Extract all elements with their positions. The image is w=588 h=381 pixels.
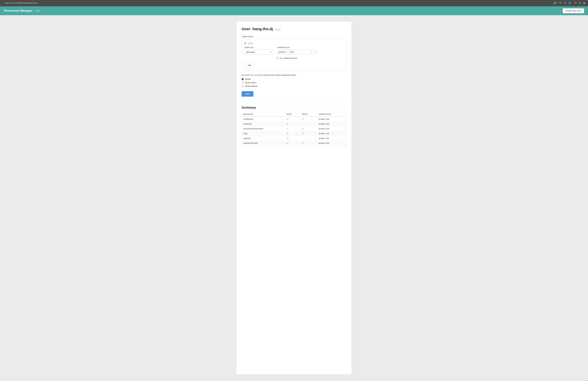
templates-box: #1 delete TEMPLATE developer admin read-… — [242, 40, 346, 70]
add-template-button[interactable]: add — [244, 63, 254, 68]
check-read-icon: ☑ — [287, 118, 288, 120]
camera-icon[interactable]: 📷 — [559, 1, 562, 4]
cell-namespaces: product, test — [317, 146, 346, 147]
cell-write: ☑ — [300, 117, 317, 122]
main-content: User: hang.the.dj delete TEMPLATES #1 de… — [0, 15, 588, 381]
check-write-icon: ☑ — [302, 118, 304, 120]
save-button[interactable]: save — [242, 91, 253, 97]
window-icon[interactable]: ▣ — [583, 1, 586, 4]
all-namespaces-label: ALL NAMESPACES — [280, 57, 297, 59]
namespace-tag-product: product ✕ — [278, 50, 288, 54]
cell-resource: pods — [242, 131, 285, 136]
browser-url: http://localhost:4000/users/hang.the.dj — [5, 2, 552, 4]
radio-none-label: NONE — [245, 78, 251, 80]
table-row: endpoints☑product, test — [242, 122, 346, 126]
namespaces-field-label: NAMESPACES — [276, 47, 318, 48]
summary-title: Summary — [242, 106, 346, 110]
check-read-icon: ☑ — [287, 123, 288, 125]
cell-read: ☑ — [285, 136, 300, 141]
templates-section-label: TEMPLATES — [242, 36, 346, 38]
summary-table: RESOURCE READ WRITE NAMESPACES configmap… — [242, 112, 346, 147]
access-section-label: ACCESS TO CLUSTER RESOUCES (NON-NAMESPAC… — [242, 74, 346, 76]
cell-resource: pods/portforward — [242, 141, 285, 146]
info-icon: i — [2, 2, 3, 4]
user-delete-link[interactable]: delete — [275, 28, 281, 31]
browser-toolbar-icons: 🔗 📷 ✉ 🌐 📌 ⊞ ▣ — [553, 1, 586, 4]
table-row: pods☑☑product, test — [242, 131, 346, 136]
check-read-icon: ☑ — [287, 147, 288, 147]
namespace-input-box[interactable]: product ✕ test ✕ ✕ ▾ — [276, 49, 318, 55]
cell-write: ☑ — [300, 131, 317, 136]
check-write-icon: ☑ — [302, 142, 304, 144]
cell-resource: podtemplates — [242, 146, 285, 147]
mail-icon[interactable]: ✉ — [564, 1, 566, 4]
browser-chrome: i http://localhost:4000/users/hang.the.d… — [0, 0, 588, 6]
radio-read-write[interactable] — [242, 85, 244, 87]
cell-namespaces: product, test — [317, 131, 346, 136]
template-fields-row: TEMPLATE developer admin read-only ▾ — [244, 47, 344, 59]
cell-resource: configmaps — [242, 117, 285, 122]
namespaces-field-group: NAMESPACES product ✕ test ✕ ✕ ▾ — [276, 47, 318, 59]
globe-icon[interactable]: 🌐 — [568, 1, 571, 4]
radio-none[interactable] — [242, 78, 244, 80]
check-read-icon: ☑ — [287, 132, 288, 135]
user-card: User: hang.the.dj delete TEMPLATES #1 de… — [236, 22, 352, 374]
cell-write: ☑ — [300, 146, 317, 147]
table-row: pods/log☑product, test — [242, 136, 346, 141]
cell-read: ☑ — [285, 122, 300, 126]
app-window: Permission Manager users Create New User… — [0, 6, 588, 381]
app-brand: Permission Manager — [4, 9, 32, 12]
access-section: ACCESS TO CLUSTER RESOUCES (NON-NAMESPAC… — [242, 74, 346, 87]
radio-read-write-label: READ-WRITE — [245, 85, 258, 87]
cell-resource: persistentvolumeclaims — [242, 126, 285, 131]
radio-read-only-label: READ-ONLY — [245, 82, 256, 84]
check-read-icon: ☑ — [287, 137, 288, 139]
create-new-user-button[interactable]: Create New User — [563, 8, 584, 13]
namespace-tag-test-remove[interactable]: ✕ — [294, 51, 295, 53]
access-radio-group: NONE READ-ONLY READ-WRITE — [242, 78, 346, 87]
cell-write — [300, 136, 317, 141]
check-read-icon: ☑ — [287, 142, 288, 144]
cell-resource: endpoints — [242, 122, 285, 126]
template-field-group: TEMPLATE developer admin read-only ▾ — [244, 47, 273, 55]
cell-namespaces: product, test — [317, 122, 346, 126]
user-title: User: hang.the.dj — [242, 27, 273, 31]
cell-namespaces: product, test — [317, 117, 346, 122]
radio-read-only[interactable] — [242, 82, 244, 84]
table-row: persistentvolumeclaims☑☑product, test — [242, 126, 346, 131]
table-header-row: RESOURCE READ WRITE NAMESPACES — [242, 112, 346, 117]
radio-option-read-only[interactable]: READ-ONLY — [242, 82, 346, 84]
cell-read: ☑ — [285, 146, 300, 147]
table-row: podtemplates☑☑product, test — [242, 146, 346, 147]
template-select-wrapper: developer admin read-only ▾ — [244, 49, 273, 55]
namespace-tag-test: test ✕ — [289, 50, 296, 54]
radio-option-none[interactable]: NONE — [242, 78, 346, 80]
cell-read: ☑ — [285, 126, 300, 131]
template-item-header: #1 delete — [244, 42, 344, 45]
namespace-clear-button[interactable]: ✕ — [310, 51, 313, 53]
template-item-delete-link[interactable]: delete — [248, 42, 253, 45]
navbar-left: Permission Manager users — [4, 9, 41, 12]
namespace-tag-test-label: test — [290, 51, 293, 53]
col-read: READ — [285, 112, 300, 117]
cell-namespaces: product, test — [317, 126, 346, 131]
summary-table-wrapper[interactable]: RESOURCE READ WRITE NAMESPACES configmap… — [242, 112, 346, 147]
extension-icon[interactable]: ⊞ — [579, 1, 581, 4]
template-select[interactable]: developer admin read-only — [244, 49, 273, 55]
namespace-tag-product-remove[interactable]: ✕ — [286, 51, 287, 53]
cell-resource: pods/log — [242, 136, 285, 141]
namespace-dropdown-button[interactable]: ▾ — [314, 51, 316, 53]
namespace-tag-product-label: product — [279, 51, 285, 53]
cell-write — [300, 122, 317, 126]
template-field-label: TEMPLATE — [244, 47, 273, 48]
cell-read: ☑ — [285, 117, 300, 122]
all-namespaces-checkbox[interactable] — [276, 57, 278, 59]
col-write: WRITE — [300, 112, 317, 117]
radio-option-read-write[interactable]: READ-WRITE — [242, 85, 346, 87]
all-namespaces-row: ALL NAMESPACES — [276, 57, 318, 59]
link-icon[interactable]: 🔗 — [553, 1, 557, 4]
pin-icon[interactable]: 📌 — [574, 1, 577, 4]
col-resource: RESOURCE — [242, 112, 285, 117]
cell-read: ☑ — [285, 141, 300, 146]
cell-write: ☑ — [300, 126, 317, 131]
